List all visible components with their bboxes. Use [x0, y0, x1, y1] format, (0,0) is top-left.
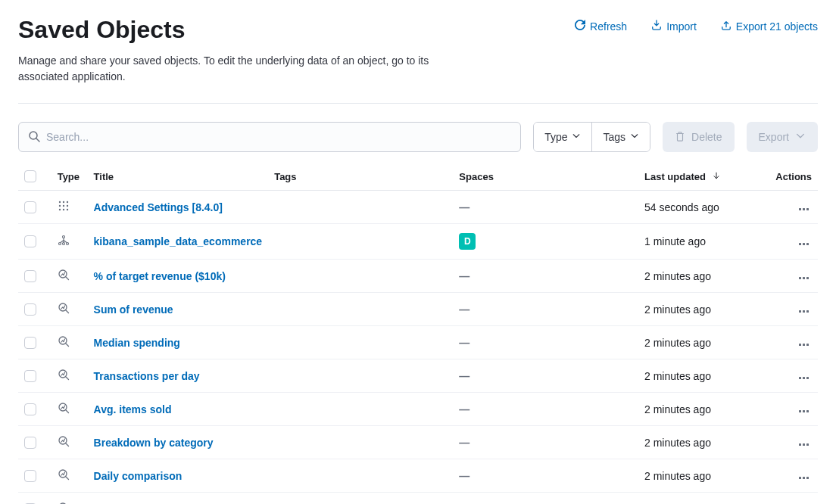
refresh-icon [575, 20, 585, 33]
search-icon [28, 130, 40, 145]
chevron-down-icon [572, 131, 581, 143]
spaces-empty: — [459, 470, 469, 482]
last-updated-value: 2 minutes ago [644, 370, 711, 382]
last-updated-value: 1 minute ago [644, 235, 706, 247]
delete-label: Delete [691, 131, 722, 143]
last-updated-value: 54 seconds ago [644, 201, 719, 213]
row-checkbox[interactable] [24, 437, 36, 449]
column-tags[interactable]: Tags [268, 164, 453, 191]
table-row: Median spending — 2 minutes ago [18, 326, 818, 359]
export-label: Export [759, 131, 789, 143]
type-filter-label: Type [544, 131, 567, 143]
object-title-link[interactable]: Sum of revenue [94, 303, 173, 316]
sort-descending-icon [712, 171, 721, 182]
row-checkbox[interactable] [24, 403, 36, 415]
lens-icon [58, 302, 70, 314]
object-title-link[interactable]: kibana_sample_data_ecommerce [94, 235, 263, 247]
delete-button[interactable]: Delete [663, 122, 734, 152]
object-title-link[interactable]: Advanced Settings [8.4.0] [94, 201, 223, 213]
object-title-link[interactable]: % of target revenue ($10k) [94, 270, 226, 282]
last-updated-value: 2 minutes ago [644, 303, 711, 316]
export-icon [721, 20, 732, 33]
column-actions: Actions [765, 164, 818, 191]
table-row: kibana_sample_data_ecommerce D 1 minute … [18, 224, 818, 260]
chevron-down-icon [630, 131, 639, 143]
index-icon [58, 235, 70, 247]
page-title: Saved Objects [18, 15, 186, 44]
spaces-empty: — [459, 303, 469, 316]
table-row: Daily comparison — 2 minutes ago [18, 459, 818, 493]
spaces-empty: — [459, 370, 469, 382]
table-row: Breakdown by category — 2 minutes ago [18, 426, 818, 459]
page-description: Manage and share your saved objects. To … [18, 53, 442, 85]
row-actions-button[interactable] [796, 474, 812, 482]
sliders-icon [58, 200, 70, 212]
object-title-link[interactable]: Breakdown by category [94, 437, 214, 449]
last-updated-value: 2 minutes ago [644, 270, 711, 282]
refresh-button[interactable]: Refresh [575, 20, 627, 33]
header-actions: Refresh Import Export 21 objects [575, 15, 818, 33]
trash-icon [675, 131, 685, 144]
import-icon [651, 20, 662, 33]
row-checkbox[interactable] [24, 337, 36, 349]
column-spaces[interactable]: Spaces [453, 164, 638, 191]
tags-filter[interactable]: Tags [591, 123, 650, 151]
lens-icon [58, 468, 70, 481]
search-input[interactable] [40, 131, 511, 143]
chevron-down-icon [795, 131, 806, 144]
object-title-link[interactable]: Median spending [94, 337, 180, 349]
import-label: Import [666, 20, 697, 33]
row-checkbox[interactable] [24, 270, 36, 282]
table-row: Top products this week — 2 minutes ago [18, 493, 818, 504]
export-button[interactable]: Export [747, 122, 818, 152]
saved-objects-table: Type Title Tags Spaces Last updated Acti… [18, 164, 818, 504]
spaces-empty: — [459, 337, 469, 349]
column-last-updated-label: Last updated [644, 171, 706, 182]
spaces-empty: — [459, 270, 469, 282]
space-badge[interactable]: D [459, 233, 476, 250]
row-checkbox[interactable] [24, 201, 36, 213]
table-row: % of target revenue ($10k) — 2 minutes a… [18, 260, 818, 293]
spaces-empty: — [459, 403, 469, 415]
divider [18, 103, 818, 104]
table-row: Advanced Settings [8.4.0] — 54 seconds a… [18, 191, 818, 224]
row-actions-button[interactable] [796, 440, 812, 449]
row-actions-button[interactable] [796, 205, 812, 213]
lens-icon [58, 369, 70, 381]
row-actions-button[interactable] [796, 240, 812, 248]
row-actions-button[interactable] [796, 407, 812, 415]
row-checkbox[interactable] [24, 370, 36, 382]
last-updated-value: 2 minutes ago [644, 403, 711, 415]
search-field-wrap[interactable] [18, 122, 521, 152]
row-checkbox[interactable] [24, 303, 36, 316]
last-updated-value: 2 minutes ago [644, 470, 711, 482]
table-row: Sum of revenue — 2 minutes ago [18, 293, 818, 326]
row-actions-button[interactable] [796, 374, 812, 382]
import-button[interactable]: Import [651, 20, 697, 33]
column-last-updated[interactable]: Last updated [638, 164, 765, 191]
lens-icon [58, 269, 70, 281]
row-actions-button[interactable] [796, 274, 812, 282]
table-row: Transactions per day — 2 minutes ago [18, 359, 818, 393]
lens-icon [58, 335, 70, 347]
row-actions-button[interactable] [796, 307, 812, 316]
object-title-link[interactable]: Transactions per day [94, 370, 200, 382]
export-objects-label: Export 21 objects [736, 20, 818, 33]
spaces-empty: — [459, 201, 469, 213]
last-updated-value: 2 minutes ago [644, 337, 711, 349]
spaces-empty: — [459, 437, 469, 449]
export-objects-button[interactable]: Export 21 objects [721, 20, 818, 33]
refresh-label: Refresh [590, 20, 627, 33]
row-checkbox[interactable] [24, 470, 36, 482]
lens-icon [58, 435, 70, 447]
tags-filter-label: Tags [603, 131, 625, 143]
object-title-link[interactable]: Daily comparison [94, 470, 182, 482]
object-title-link[interactable]: Avg. items sold [94, 403, 172, 415]
row-actions-button[interactable] [796, 341, 812, 349]
row-checkbox[interactable] [24, 235, 36, 247]
select-all-checkbox[interactable] [24, 170, 36, 182]
column-type[interactable]: Type [51, 164, 88, 191]
type-filter[interactable]: Type [534, 123, 591, 151]
lens-icon [58, 402, 70, 414]
column-title[interactable]: Title [88, 164, 269, 191]
